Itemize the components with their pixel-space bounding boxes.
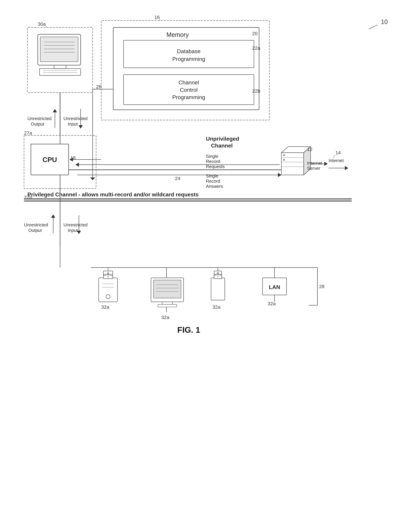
svg-rect-9 (39, 69, 81, 75)
internet-server-label: Internet (307, 160, 322, 166)
svg-marker-21 (79, 125, 83, 129)
unrestricted-output-top2: Output (31, 121, 44, 127)
ref-27a: 27a (24, 130, 32, 136)
ref-22a: 22a (252, 45, 260, 51)
db-programming-label: Database (177, 48, 201, 54)
arrow-26-head (90, 177, 95, 180)
single-record-answers: Single (206, 173, 218, 179)
single-record-answers2: Record (206, 179, 220, 184)
unrestricted-output-bot2: Output (28, 228, 42, 233)
svg-marker-41 (345, 166, 348, 170)
unprivileged-channel-label2: Channel (211, 142, 233, 149)
memory-label: Memory (166, 31, 189, 38)
ref-32a-3: 32a (212, 304, 221, 310)
unrestricted-input-top: Unrestricted (63, 116, 87, 121)
ref-10: 10 (381, 18, 388, 25)
diagram-container: 10 30a 16 Memory 20 Database Programming… (17, 10, 395, 516)
fig-label: FIG. 1 (177, 325, 200, 334)
unrestricted-input-top2: Input (68, 121, 78, 127)
channel-control-label3: Programming (172, 94, 205, 100)
ref-30a: 30a (38, 21, 46, 27)
svg-rect-53 (99, 278, 118, 302)
svg-marker-29 (278, 173, 281, 177)
ref-12: 12 (307, 147, 312, 152)
ref-27b: 27b (24, 195, 32, 200)
ref-16: 16 (154, 15, 160, 20)
svg-point-35 (283, 154, 285, 156)
svg-line-39 (333, 155, 335, 158)
db-programming-label2: Programming (172, 56, 205, 62)
ref-22b: 22b (252, 88, 260, 94)
single-record-requests2: Record (206, 159, 220, 164)
svg-rect-3 (40, 37, 78, 62)
lan-label: LAN (269, 284, 280, 290)
svg-marker-19 (53, 109, 57, 112)
svg-rect-69 (162, 302, 172, 304)
svg-marker-38 (324, 162, 328, 166)
internet-server-label2: Server (307, 166, 320, 171)
server-box (281, 153, 304, 175)
ref-14: 14 (335, 150, 341, 155)
privileged-channel-label: Privileged Channel - allows multi-record… (27, 191, 199, 198)
svg-rect-73 (211, 278, 225, 300)
unrestricted-input-bot: Unrestricted (63, 222, 87, 227)
ref-26: 26 (96, 84, 102, 89)
internet-label: Internet (329, 158, 344, 163)
unprivileged-channel-label: Unprivileged (206, 136, 239, 142)
ref-24: 24 (175, 176, 180, 181)
svg-marker-27 (76, 163, 79, 167)
unrestricted-output-bot: Unrestricted (24, 222, 48, 227)
ref-32a-1: 32a (101, 304, 109, 310)
svg-line-0 (369, 25, 377, 29)
svg-rect-70 (158, 304, 177, 307)
channel-control-label1: Channel (178, 79, 199, 86)
unrestricted-input-bot2: Input (68, 228, 78, 233)
ref-20: 20 (252, 31, 257, 36)
ref-28: 28 (319, 284, 324, 289)
single-record-answers3: Answers (206, 184, 223, 189)
svg-rect-8 (54, 65, 66, 69)
single-record-requests: Single (206, 154, 218, 159)
ref-32a-2: 32a (161, 315, 169, 320)
svg-marker-46 (51, 214, 55, 218)
cpu-label: CPU (42, 156, 57, 163)
svg-rect-65 (153, 280, 181, 298)
svg-point-36 (283, 159, 285, 161)
unrestricted-output-top: Unrestricted (27, 116, 51, 121)
channel-control-label2: Control (180, 87, 197, 93)
